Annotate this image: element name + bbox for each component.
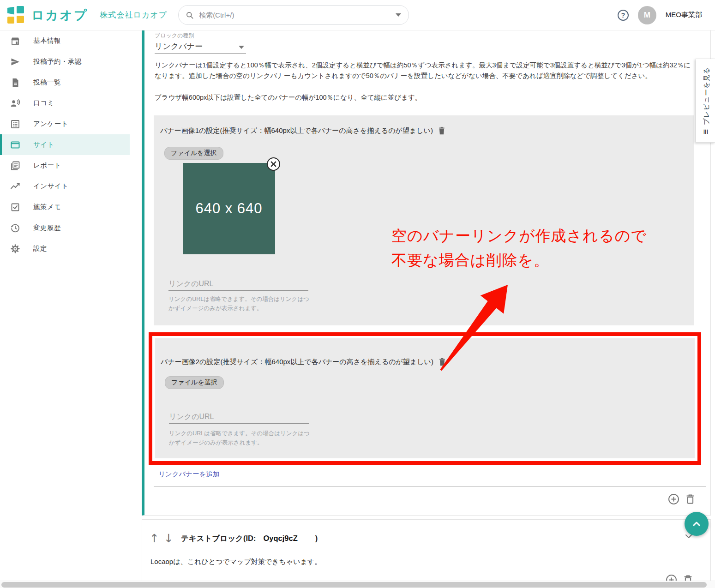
sidebar-item-history[interactable]: 変更履歴	[0, 217, 130, 238]
sidebar-item-label: 基本情報	[33, 36, 61, 45]
sidebar-item-label: レポート	[33, 161, 61, 170]
text-block-header: ↑ ↓ テキストブロック(ID: Oyqcj9cZ )	[150, 533, 318, 544]
add-link-banner-link[interactable]: リンクバナーを追加	[158, 470, 220, 479]
app-header: ロカオプ 株式会社ロカオプ ? M MEO事業部	[0, 0, 715, 30]
logo-icon	[7, 6, 26, 24]
banner2-file-select-button[interactable]: ファイルを選択	[165, 376, 224, 389]
search-icon	[185, 11, 194, 20]
sidebar: 基本情報 投稿予約・承認 投稿一覧 口コミ アンケート	[0, 30, 130, 588]
sidebar-item-site[interactable]: サイト	[0, 134, 130, 155]
block-type-label: ブロックの種別	[155, 32, 194, 40]
sidebar-item-label: インサイト	[33, 182, 69, 191]
annotation-arrow	[439, 278, 512, 372]
header-right: ? M MEO事業部	[618, 6, 708, 24]
sidebar-item-label: 施策メモ	[33, 203, 61, 211]
banner2-url-input[interactable]	[169, 410, 309, 424]
banner1-delete-icon[interactable]	[437, 126, 447, 136]
horizontal-scrollbar-track[interactable]	[0, 581, 715, 588]
banner1-section: バナー画像1の設定(推奨サイズ：幅640px以上で各バナーの高さを揃えるのが望ま…	[154, 115, 694, 325]
block-actions	[667, 492, 697, 505]
banner1-file-select-button[interactable]: ファイルを選択	[164, 147, 223, 160]
user-department: MEO事業部	[666, 11, 702, 19]
annotation-text-line1: 空のバナーリンクが作成されるので	[391, 226, 647, 246]
sidebar-item-post-list[interactable]: 投稿一覧	[0, 72, 130, 93]
menu-icon: ≡	[701, 129, 710, 134]
sidebar-item-reviews[interactable]: 口コミ	[0, 93, 130, 114]
review-voice-icon	[9, 97, 21, 109]
sidebar-item-label: 口コミ	[33, 99, 54, 108]
preview-tab-label: プレビューを見る	[703, 67, 710, 125]
scroll-to-top-button[interactable]	[685, 512, 709, 536]
select-caret-icon	[239, 46, 244, 49]
survey-icon	[9, 118, 21, 130]
global-search[interactable]	[178, 5, 409, 25]
text-block-id: Oyqcj9cZ	[264, 534, 298, 543]
link-banner-block-card: ブロックの種別 リンクバナー リンクバナーは1個設定すると100％幅で表示され、…	[142, 30, 711, 516]
search-dropdown-icon[interactable]	[396, 13, 401, 17]
app-logo[interactable]: ロカオプ	[7, 6, 88, 24]
annotation-highlight-box: バナー画像2の設定(推奨サイズ：幅640px以上で各バナーの高さを揃えるのが望ま…	[149, 332, 701, 465]
sidebar-item-label: 設定	[33, 244, 47, 253]
sidebar-item-post-schedule[interactable]: 投稿予約・承認	[0, 51, 130, 72]
insight-chart-icon	[9, 180, 21, 192]
chevron-up-icon	[690, 517, 703, 530]
banner1-image-preview: 640 x 640	[183, 163, 275, 254]
annotation-text-line2: 不要な場合は削除を。	[391, 250, 549, 271]
banner2-section: バナー画像2の設定(推奨サイズ：幅640px以上で各バナーの高さを揃えるのが望ま…	[155, 338, 695, 458]
block-type-select[interactable]: リンクバナー	[155, 40, 246, 54]
add-block-icon[interactable]	[667, 492, 680, 505]
sidebar-item-basic-info[interactable]: 基本情報	[0, 30, 130, 51]
banner2-title: バナー画像2の設定(推奨サイズ：幅640px以上で各バナーの高さを揃えるのが望ま…	[161, 358, 433, 366]
block-type-value: リンクバナー	[155, 42, 203, 51]
banner1-title: バナー画像1の設定(推奨サイズ：幅640px以上で各バナーの高さを揃えるのが望ま…	[160, 126, 433, 135]
logo-text: ロカオプ	[31, 7, 88, 24]
banner2-url-helper: リンクのURLは省略できます。その場合はリンクはつかずイメージのみが表示されます…	[169, 429, 313, 447]
sidebar-item-label: アンケート	[33, 120, 68, 128]
text-block-body: Locaopは、これひとつでマップ対策できちゃいます。	[150, 558, 321, 566]
sidebar-item-label: 投稿予約・承認	[33, 57, 82, 66]
text-block-title-suffix: )	[315, 534, 318, 543]
banner1-image-size-label: 640 x 640	[195, 200, 262, 217]
banner1-image-remove-icon[interactable]	[267, 157, 280, 171]
sidebar-item-report[interactable]: レポート	[0, 155, 130, 176]
horizontal-scrollbar-thumb[interactable]	[1, 582, 707, 588]
search-input[interactable]	[199, 11, 396, 19]
gear-icon	[9, 243, 21, 255]
send-icon	[9, 56, 21, 68]
app-window: ロカオプ 株式会社ロカオプ ? M MEO事業部 基本情報	[0, 0, 715, 588]
company-name: 株式会社ロカオプ	[100, 10, 168, 20]
banner1-url-input[interactable]	[168, 277, 308, 291]
report-icon	[9, 160, 21, 172]
history-icon	[9, 222, 21, 234]
block-divider	[154, 486, 706, 486]
sidebar-item-settings[interactable]: 設定	[0, 238, 130, 259]
document-icon	[9, 77, 21, 89]
move-block-up-icon[interactable]: ↑	[150, 533, 159, 544]
sidebar-item-label: 変更履歴	[33, 223, 61, 232]
delete-block-icon[interactable]	[684, 492, 697, 505]
avatar[interactable]: M	[638, 6, 656, 24]
text-block-title: テキストブロック(ID:	[181, 534, 256, 544]
move-block-down-icon[interactable]: ↓	[164, 533, 174, 544]
memo-check-icon	[9, 201, 21, 213]
sidebar-item-insight[interactable]: インサイト	[0, 176, 130, 197]
site-browser-icon	[9, 139, 21, 151]
preview-tab[interactable]: ≡プレビューを見る	[696, 59, 715, 143]
block-description-2: ブラウザ幅600px以下は設置した全てのバナーの幅が100％になり、全て縦に並び…	[155, 92, 694, 103]
help-icon[interactable]: ?	[618, 10, 629, 21]
sidebar-item-memo[interactable]: 施策メモ	[0, 197, 130, 217]
banner1-url-helper: リンクのURLは省略できます。その場合はリンクはつかずイメージのみが表示されます…	[168, 294, 312, 313]
sidebar-item-label: 投稿一覧	[33, 78, 61, 87]
sidebar-item-survey[interactable]: アンケート	[0, 114, 130, 134]
sidebar-item-label: サイト	[33, 140, 54, 149]
text-block-card: ↑ ↓ テキストブロック(ID: Oyqcj9cZ ) Locaopは、これひと…	[142, 519, 711, 588]
store-icon	[9, 35, 21, 47]
block-description-1: リンクバナーは1個設定すると100％幅で表示され、2個設定すると横並びで幅は約5…	[155, 60, 694, 81]
